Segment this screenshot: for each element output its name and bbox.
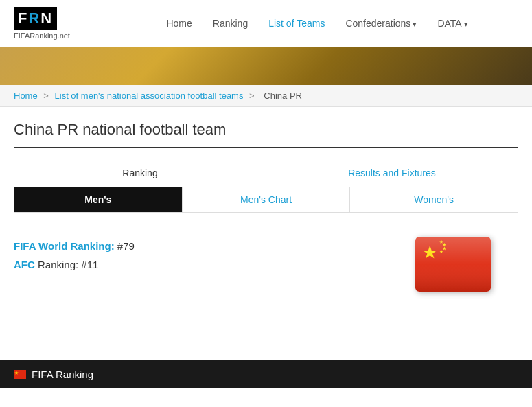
fifa-ranking-line: FIFA World Ranking: #79 [14,237,135,255]
hero-banner [0,47,532,85]
tab-ranking[interactable]: Ranking [14,159,266,187]
logo-f: F [18,10,28,27]
main-nav: Home Ranking List of Teams Confederation… [116,18,518,29]
svg-rect-6 [415,237,491,292]
subtab-womens[interactable]: Women's [350,187,518,212]
fifa-ranking-num: #79 [117,240,135,252]
nav-data[interactable]: DATA [437,18,467,29]
afc-ranking-line: AFC Ranking: #11 [14,255,135,274]
nav-confederations[interactable]: Confederations [345,18,417,29]
logo-n: N [41,10,53,27]
logo[interactable]: F R N FIFARanking.net [14,7,116,40]
header: F R N FIFARanking.net Home Ranking List … [0,0,532,47]
footer-flag-icon [14,370,26,379]
logo-subtitle: FIFARanking.net [14,32,116,40]
main-tabs: Ranking Results and Fixtures [14,159,518,187]
subtab-mens-chart[interactable]: Men's Chart [183,187,351,212]
rankings-text: FIFA World Ranking: #79 AFC Ranking: #11 [14,237,135,274]
rankings-section: FIFA World Ranking: #79 AFC Ranking: #11 [14,230,518,299]
page-title: China PR national football team [14,121,518,148]
nav-list-of-teams[interactable]: List of Teams [268,18,325,29]
tab-results-fixtures[interactable]: Results and Fixtures [266,159,518,187]
breadcrumb-sep-1: > [43,91,51,101]
fifa-ranking-label: FIFA World Ranking: [14,240,115,252]
logo-r: R [28,10,41,27]
china-flag [415,237,491,292]
page-content: China PR national football team Ranking … [0,107,532,319]
subtab-mens[interactable]: Men's [14,187,183,212]
breadcrumb-list-link[interactable]: List of men's national association footb… [55,91,244,101]
breadcrumb-home[interactable]: Home [14,91,38,101]
breadcrumb-sep-2: > [249,91,257,101]
footer-title: FIFA Ranking [32,369,93,380]
breadcrumb: Home > List of men's national associatio… [0,85,532,107]
logo-letters: F R N [14,7,57,30]
subtabs: Men's Men's Chart Women's [14,187,518,213]
afc-ranking-detail: Ranking: #11 [38,259,98,270]
afc-label: AFC [14,259,35,270]
nav-home[interactable]: Home [166,18,192,29]
nav-ranking[interactable]: Ranking [213,18,248,29]
breadcrumb-current: China PR [264,91,302,101]
footer: FIFA Ranking [0,360,532,388]
